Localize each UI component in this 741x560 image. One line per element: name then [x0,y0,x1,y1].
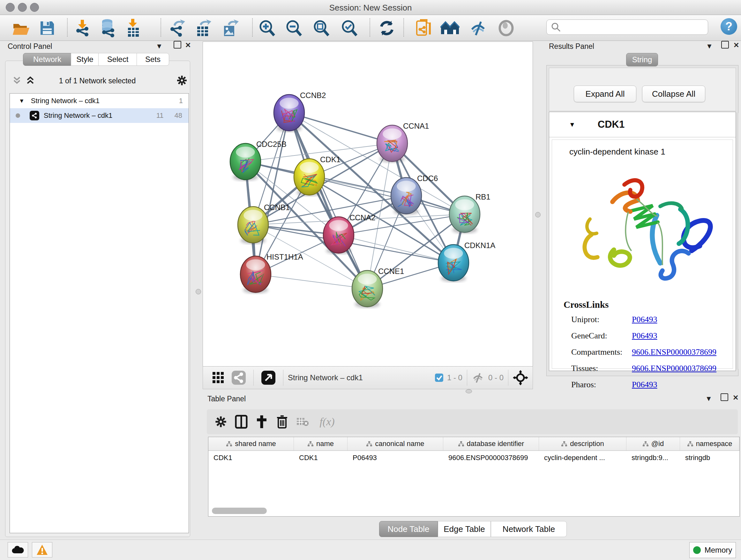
tab-node-table[interactable]: Node Table [379,521,438,537]
table-cell[interactable]: stringdb [680,454,739,462]
search-input[interactable] [564,20,708,34]
results-panel-close-button[interactable]: ✕ [733,41,739,50]
column-header-shared-name[interactable]: shared name [208,437,294,450]
table-cell[interactable]: CDK1 [294,454,347,462]
network-edge[interactable] [339,235,454,263]
table-horizontal-scrollbar[interactable] [212,508,267,514]
tab-string-results[interactable]: String [626,53,658,66]
hide-selected-button[interactable] [469,19,488,37]
crosslink-link[interactable]: 9606.ENSP00000378699 [632,348,717,357]
table-cell[interactable]: cyclin-dependent ... [539,454,626,462]
search-box[interactable] [546,19,708,35]
results-scrollbar[interactable] [736,112,738,370]
import-network-database-button[interactable] [98,19,118,37]
export-table-button[interactable] [194,19,213,37]
open-session-button[interactable] [11,19,30,37]
column-header-name[interactable]: name [294,437,347,450]
tab-style[interactable]: Style [71,53,99,66]
network-node-ccnb2[interactable]: CCNB2 [274,91,326,132]
network-edge[interactable] [289,113,367,289]
control-panel-float-button[interactable] [174,41,181,49]
zoom-out-button[interactable] [284,19,303,37]
tab-network-table[interactable]: Network Table [491,521,567,537]
table-cell[interactable]: 9606.ENSP00000378699 [443,454,539,462]
column-header--id[interactable]: @id [626,437,680,450]
grid-view-button[interactable] [208,371,228,384]
memory-button[interactable]: Memory [689,542,736,558]
crosslink-link[interactable]: P06493 [632,315,657,324]
network-node-rb1[interactable]: RB1 [449,192,490,233]
help-button[interactable]: ? [721,18,737,35]
network-canvas[interactable]: CCNB2CCNA1CDC25BCDK1CDC6RB1CCNB1CCNA2CDK… [203,42,533,367]
network-node-ccna2[interactable]: CCNA2 [323,213,375,254]
zoom-selected-button[interactable] [340,19,359,37]
collapse-all-networks-button[interactable] [12,75,22,87]
tab-sets[interactable]: Sets [137,53,169,66]
network-list-options-button[interactable] [176,75,188,87]
clipboard-share-button[interactable] [414,19,433,37]
string-style-button[interactable] [228,371,249,385]
refresh-button[interactable] [377,19,396,37]
gene-collapse-arrow[interactable]: ▼ [569,121,576,128]
crosslink-link[interactable]: P06493 [632,331,657,341]
column-header-description[interactable]: description [539,437,626,450]
table-panel-float-button[interactable] [721,393,728,401]
expand-all-button[interactable]: Expand All [574,85,636,102]
selected-checkbox-icon[interactable] [434,373,444,382]
network-node-ccne1[interactable]: CCNE1 [352,267,404,308]
table-panel-close-button[interactable]: ✕ [733,394,738,402]
import-network-file-button[interactable] [73,19,92,37]
column-header-database-identifier[interactable]: database identifier [443,437,539,450]
crosslink-link[interactable]: P06493 [632,380,657,389]
table-cell[interactable]: stringdb:9... [626,454,680,462]
control-panel-close-button[interactable]: ✕ [185,41,191,50]
network-row-selected[interactable]: String Network – cdk1 11 48 [10,108,189,123]
save-session-button[interactable] [38,19,57,37]
collapse-all-button[interactable]: Collapse All [642,85,705,102]
import-table-file-button[interactable] [124,19,143,37]
column-header-namespace[interactable]: namespace [680,437,739,450]
table-cell[interactable]: CDK1 [208,454,294,462]
network-edge[interactable] [256,274,367,289]
function-builder-button[interactable]: f(x) [313,416,341,428]
expand-all-networks-button[interactable] [25,75,35,87]
delete-table-button[interactable] [292,417,313,427]
results-panel-float-button[interactable] [721,41,729,49]
zoom-fit-button[interactable] [312,19,331,37]
column-header-canonical-name[interactable]: canonical name [347,437,443,450]
home-pages-button[interactable] [441,19,460,37]
tab-select[interactable]: Select [98,53,137,66]
gene-header-row[interactable]: ▼ CDK1 [549,112,736,137]
tab-network[interactable]: Network [23,53,71,66]
delete-column-button[interactable] [272,415,292,429]
right-splitter-handle[interactable] [535,212,541,217]
network-node-ccna1[interactable]: CCNA1 [377,122,429,163]
tab-edge-table[interactable]: Edge Table [438,521,491,537]
table-panel-menu-button[interactable]: ▼ [705,395,712,403]
export-image-button[interactable] [221,19,240,37]
network-node-hist1h1a[interactable]: HIST1H1A [240,253,303,294]
network-collection-row[interactable]: ▼ String Network – cdk1 1 [10,94,189,108]
network-edge[interactable] [256,113,289,274]
table-row[interactable]: CDK1CDK1P064939606.ENSP00000378699cyclin… [208,451,739,465]
control-panel-menu-button[interactable]: ▼ [156,42,163,51]
network-node-cdk1[interactable]: CDK1 [294,155,340,196]
table-cell[interactable]: P06493 [347,454,443,462]
hidden-eye-icon[interactable] [472,372,485,383]
left-splitter-handle[interactable] [196,289,201,294]
birds-eye-view-button[interactable] [258,371,279,385]
network-edge[interactable] [309,177,465,214]
collection-expand-arrow[interactable]: ▼ [19,98,24,105]
cloud-status-button[interactable] [8,542,28,557]
export-network-button[interactable] [167,19,186,37]
warning-status-button[interactable] [32,542,52,557]
fit-content-crosshair-button[interactable] [513,370,528,385]
show-all-button[interactable] [496,19,516,37]
crosslink-link[interactable]: 9606.ENSP00000378699 [632,364,717,373]
show-columns-button[interactable] [231,415,252,429]
add-column-button[interactable] [252,415,272,429]
results-panel-menu-button[interactable]: ▼ [706,42,713,51]
zoom-in-button[interactable] [257,19,276,37]
network-node-cdkn1a[interactable]: CDKN1A [438,241,495,282]
table-options-button[interactable] [211,415,231,428]
